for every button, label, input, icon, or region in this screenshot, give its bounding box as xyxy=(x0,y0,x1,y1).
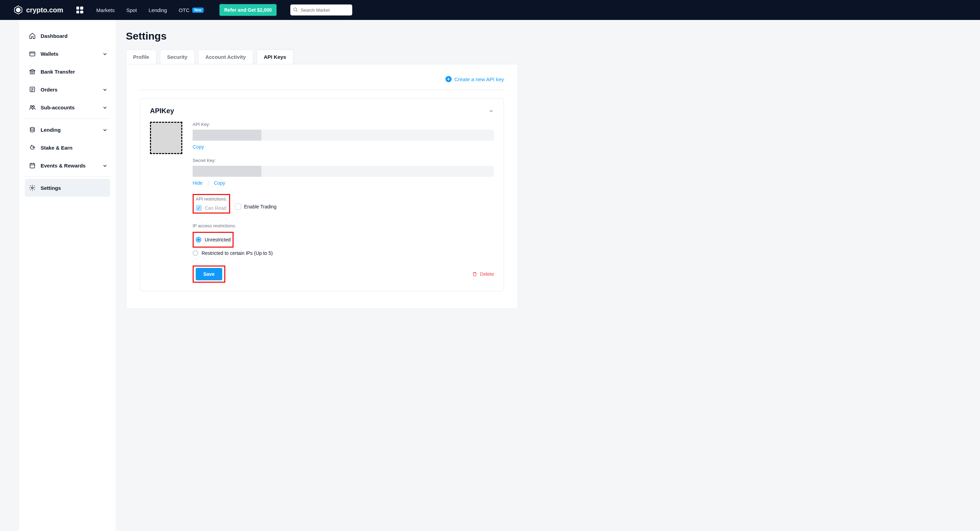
coins-icon xyxy=(29,126,36,133)
hide-secret-link[interactable]: Hide xyxy=(192,180,203,186)
separator xyxy=(208,180,208,186)
checkbox-icon xyxy=(235,203,241,210)
main-content: Settings Profile Security Account Activi… xyxy=(116,20,980,329)
nav-spot[interactable]: Spot xyxy=(126,7,137,13)
svg-point-10 xyxy=(33,106,34,107)
svg-point-17 xyxy=(32,187,33,189)
svg-point-12 xyxy=(33,147,34,148)
api-restrictions-label: API restrictions: xyxy=(196,196,227,202)
refer-button[interactable]: Refer and Get $2,000 xyxy=(220,4,277,16)
tab-security[interactable]: Security xyxy=(160,49,195,64)
checkbox-label: Can Read xyxy=(205,205,226,211)
radio-icon xyxy=(196,237,201,242)
sidebar-item-sub-accounts[interactable]: Sub-accounts xyxy=(25,99,110,116)
sidebar-item-label: Settings xyxy=(41,185,61,191)
sidebar-item-wallets[interactable]: Wallets xyxy=(25,45,110,63)
page-title: Settings xyxy=(126,30,963,42)
search-input[interactable] xyxy=(290,5,352,16)
topbar: crypto.com Markets Spot Lending OTC New … xyxy=(0,0,980,20)
radio-icon xyxy=(192,250,198,256)
sidebar-item-label: Lending xyxy=(41,127,60,133)
sidebar-item-label: Orders xyxy=(41,87,57,92)
api-key-card: APIKey API Key: Copy Secret Key: xyxy=(140,99,504,291)
svg-rect-4 xyxy=(30,52,35,56)
create-api-key-link[interactable]: + Create a new API key xyxy=(445,76,504,82)
users-icon xyxy=(29,104,36,111)
list-icon xyxy=(29,86,36,93)
sidebar-item-label: Sub-accounts xyxy=(41,105,75,110)
sidebar: Dashboard Wallets Bank Transfer Orders S… xyxy=(19,20,116,531)
copy-api-key-link[interactable]: Copy xyxy=(192,144,204,149)
chevron-down-icon xyxy=(103,127,107,133)
brand-logo[interactable]: crypto.com xyxy=(14,5,63,14)
nav-otc[interactable]: OTC New xyxy=(178,7,203,13)
chevron-down-icon xyxy=(103,87,107,92)
sidebar-item-label: Stake & Earn xyxy=(41,145,73,151)
svg-line-3 xyxy=(296,10,298,12)
search-wrap xyxy=(290,5,352,16)
highlight-unrestricted: Unrestricted xyxy=(192,232,234,248)
calendar-icon xyxy=(29,162,36,169)
chevron-down-icon xyxy=(103,105,107,110)
secret-key-value xyxy=(192,166,494,177)
secret-key-label: Secret Key: xyxy=(192,158,494,163)
home-icon xyxy=(29,32,36,39)
apps-grid-icon[interactable] xyxy=(76,6,83,13)
checkbox-icon: ✓ xyxy=(196,205,202,211)
crypto-logo-icon xyxy=(14,5,23,14)
highlight-api-restrictions: API restrictions: ✓ Can Read xyxy=(192,194,230,213)
top-nav: Markets Spot Lending OTC New xyxy=(96,7,204,13)
search-icon xyxy=(293,7,298,13)
gear-icon xyxy=(29,184,36,191)
piggy-icon xyxy=(29,144,36,151)
sidebar-item-lending[interactable]: Lending xyxy=(25,121,110,138)
bank-icon xyxy=(29,68,36,75)
brand-name: crypto.com xyxy=(26,6,63,14)
tab-account-activity[interactable]: Account Activity xyxy=(198,49,253,64)
highlight-save: Save xyxy=(192,266,225,283)
svg-marker-1 xyxy=(16,7,21,13)
sidebar-separator xyxy=(25,118,110,119)
chevron-down-icon xyxy=(103,51,107,57)
api-key-label: API Key: xyxy=(192,122,494,127)
delete-label: Delete xyxy=(480,271,494,277)
checkbox-enable-trading[interactable]: Enable Trading xyxy=(235,203,276,210)
new-badge: New xyxy=(192,8,204,13)
sidebar-item-stake-earn[interactable]: Stake & Earn xyxy=(25,138,110,156)
sidebar-item-dashboard[interactable]: Dashboard xyxy=(25,27,110,45)
radio-restricted[interactable]: Restricted to certain IPs (Up to 5) xyxy=(192,250,494,256)
create-row: + Create a new API key xyxy=(140,74,504,90)
sidebar-item-settings[interactable]: Settings xyxy=(25,179,110,197)
checkbox-label: Enable Trading xyxy=(244,204,276,210)
svg-point-2 xyxy=(294,8,297,11)
nav-markets[interactable]: Markets xyxy=(96,7,115,13)
sidebar-item-events-rewards[interactable]: Events & Rewards xyxy=(25,156,110,174)
trash-icon xyxy=(472,271,477,277)
api-key-value xyxy=(192,130,494,141)
radio-label: Restricted to certain IPs (Up to 5) xyxy=(202,250,273,256)
settings-tabs: Profile Security Account Activity API Ke… xyxy=(126,49,963,64)
save-button[interactable]: Save xyxy=(196,268,222,280)
sidebar-item-label: Wallets xyxy=(41,51,59,57)
sidebar-item-bank-transfer[interactable]: Bank Transfer xyxy=(25,63,110,81)
plus-circle-icon: + xyxy=(445,76,452,82)
copy-secret-link[interactable]: Copy xyxy=(214,180,225,186)
tab-api-keys[interactable]: API Keys xyxy=(257,49,293,64)
nav-otc-label: OTC xyxy=(178,7,189,13)
sidebar-item-label: Events & Rewards xyxy=(41,163,86,169)
nav-lending[interactable]: Lending xyxy=(149,7,167,13)
sidebar-item-label: Bank Transfer xyxy=(41,69,75,75)
sidebar-separator xyxy=(25,176,110,177)
radio-label: Unrestricted xyxy=(205,237,231,242)
sidebar-item-orders[interactable]: Orders xyxy=(25,81,110,99)
tab-profile[interactable]: Profile xyxy=(126,49,156,64)
svg-point-9 xyxy=(30,106,32,107)
checkbox-can-read[interactable]: ✓ Can Read xyxy=(196,205,226,211)
api-key-card-title: APIKey xyxy=(150,107,174,115)
wallet-icon xyxy=(29,50,36,57)
delete-link[interactable]: Delete xyxy=(472,271,494,277)
chevron-down-icon[interactable] xyxy=(488,108,494,114)
radio-unrestricted[interactable]: Unrestricted xyxy=(196,237,231,242)
create-api-key-label: Create a new API key xyxy=(454,76,504,82)
svg-rect-13 xyxy=(30,163,34,168)
